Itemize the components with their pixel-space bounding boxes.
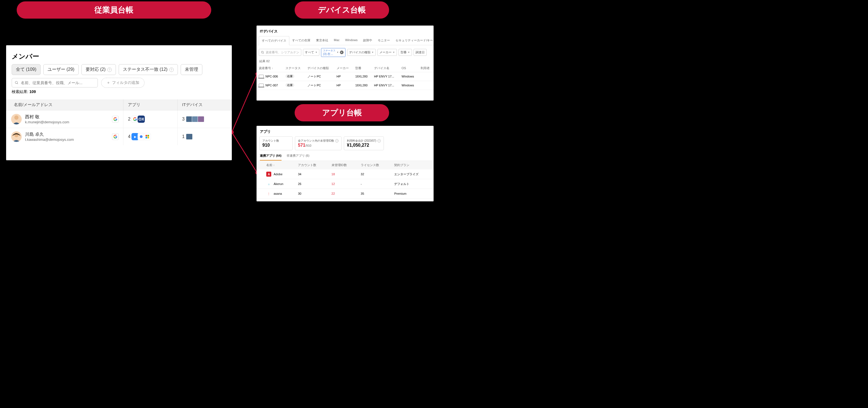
col-unmanaged[interactable]: 未管理ID数 <box>329 161 358 169</box>
svg-point-9 <box>140 135 143 138</box>
app-logo-icon: ⌂ <box>266 181 271 186</box>
device-row[interactable]: NPC-007 在庫 ノートPCHP18XL280HP ENVY 17...Wi… <box>256 81 434 90</box>
app-plan: デフォルト <box>391 179 434 189</box>
device-thumbs[interactable] <box>187 116 204 122</box>
col-plan[interactable]: 契約プラン <box>391 161 434 169</box>
app-count: 2 <box>128 117 130 122</box>
chevron-down-icon: ▼ <box>372 51 374 54</box>
search-icon <box>15 81 19 85</box>
help-icon[interactable]: ? <box>377 139 381 142</box>
app-plan: Premium <box>391 189 434 199</box>
app-row[interactable]: ⌂Akerun 26 12 - デフォルト <box>256 179 434 189</box>
tab-status-mismatch[interactable]: ステータス不一致 (12)? <box>119 64 178 75</box>
microsoft-icon <box>144 133 151 140</box>
apps-panel: アプリ アカウント数 910 全アカウント内の未管理ID数? 571/910 利… <box>256 126 434 201</box>
help-icon[interactable]: ? <box>107 67 112 72</box>
dtab-seccard[interactable]: セキュリティーカード/キー <box>393 36 434 45</box>
filter-model[interactable]: 型番 ▼ <box>399 49 412 56</box>
device-search[interactable]: 資産番号、シリアルナン <box>259 49 301 56</box>
card-accounts: アカウント数 910 <box>259 136 293 150</box>
col-appname[interactable]: 名前 ↑ <box>264 161 295 169</box>
app-unmanaged: 12 <box>329 179 358 189</box>
svg-point-5 <box>15 81 18 83</box>
device-count: 1 <box>182 134 185 139</box>
dtab-all[interactable]: すべてのデバイス <box>259 36 289 45</box>
app-icons[interactable]: OX <box>132 115 145 123</box>
status-badge: 在庫 <box>285 83 294 87</box>
col-device[interactable]: ITデバイス <box>178 99 232 110</box>
tab-unmanaged[interactable]: 未管理 <box>181 64 202 75</box>
devices-title: ITデバイス <box>256 26 434 36</box>
status-badge: 在庫 <box>285 74 294 78</box>
device-row[interactable]: NPC-006 在庫 ノートPCHP18XL280HP ENVY 17...Wi… <box>256 72 434 81</box>
member-row[interactable]: 川島 卓久t.kawashima@demojosys.com 4 ▸ 1 <box>6 128 232 145</box>
col-name[interactable]: 名前/メールアドレス <box>6 99 123 110</box>
col-devtype[interactable]: デバイスの種類 <box>305 64 334 72</box>
help-icon[interactable]: ? <box>335 139 339 142</box>
avatar <box>11 114 22 125</box>
col-accounts[interactable]: アカウント数 <box>295 161 329 169</box>
filter-status[interactable]: ステータス(3) 在... ▼ ✕ <box>321 48 345 57</box>
card-unmanaged: 全アカウント内の未管理ID数? 571/910 <box>295 136 342 150</box>
svg-rect-11 <box>148 135 149 137</box>
dtab-stock[interactable]: すべての在庫 <box>289 36 313 45</box>
device-thumbs[interactable] <box>187 134 193 140</box>
member-name[interactable]: 川島 卓久 <box>25 132 74 137</box>
app-icons[interactable]: ▸ <box>132 133 151 140</box>
member-row[interactable]: 西村 敬k.munejiri@demojosys.com 2 OX 3 <box>6 110 232 128</box>
filter-devtype[interactable]: デバイスの種類▼ <box>347 49 376 56</box>
add-filter-button[interactable]: ＋フィルタの追加 <box>101 78 145 88</box>
chevron-down-icon: ▼ <box>337 51 339 54</box>
app-row[interactable]: ⋮asana 30 22 35 Premium <box>256 189 434 199</box>
help-icon[interactable]: ? <box>169 67 174 72</box>
avatar <box>11 131 22 142</box>
dtab-mac[interactable]: Mac <box>331 36 342 45</box>
svg-line-15 <box>263 53 264 54</box>
col-model[interactable]: 型番 <box>353 64 372 72</box>
app-unmanaged: 22 <box>329 189 358 199</box>
dtab-tokyo[interactable]: 東京本社 <box>313 36 331 45</box>
tab-linked-apps[interactable]: 連携アプリ (64) <box>260 154 282 161</box>
dtab-monitor[interactable]: モニター <box>375 36 393 45</box>
google-icon <box>112 116 119 123</box>
app-accounts: 34 <box>295 169 329 179</box>
member-email: t.kawashima@demojosys.com <box>25 137 74 142</box>
app-licenses: 35 <box>358 189 392 199</box>
filter-maker[interactable]: メーカー ▼ <box>377 49 397 56</box>
dtab-windows[interactable]: Windows <box>342 36 361 45</box>
svg-point-7 <box>14 115 18 120</box>
col-user[interactable]: 利用者 <box>418 64 434 72</box>
app-unmanaged: 18 <box>329 169 358 179</box>
app-licenses: 32 <box>358 169 392 179</box>
app-plan: エンタープライズ <box>391 169 434 179</box>
col-asset[interactable]: 資産番号 ↑ <box>256 64 283 72</box>
col-maker[interactable]: メーカー <box>334 64 353 72</box>
filter-date[interactable]: 調達日 <box>413 49 427 56</box>
apps-ledger-badge: アプリ台帳 <box>294 104 389 122</box>
devices-ledger-badge: デバイス台帳 <box>294 1 389 19</box>
members-search-input[interactable] <box>21 80 95 85</box>
filter-all[interactable]: すべて ▼ <box>303 49 319 56</box>
members-title: メンバー <box>6 45 232 64</box>
col-devname[interactable]: デバイス名 <box>372 64 399 72</box>
app-row[interactable]: AAdobe 34 18 32 エンタープライズ <box>256 169 434 179</box>
members-search[interactable] <box>12 78 98 88</box>
svg-line-6 <box>17 83 18 84</box>
col-status[interactable]: ステータス <box>283 64 306 72</box>
laptop-icon <box>259 75 264 78</box>
tab-action-needed[interactable]: 要対応 (2)? <box>82 64 116 75</box>
svg-rect-10 <box>146 135 147 137</box>
dtab-broken[interactable]: 故障中 <box>360 36 375 45</box>
tab-users[interactable]: ユーザー (29) <box>43 64 79 75</box>
tab-all[interactable]: 全て (109) <box>12 64 40 75</box>
chevron-down-icon: ▼ <box>393 51 395 54</box>
tab-unlinked-apps[interactable]: 非連携アプリ (6) <box>286 154 310 161</box>
col-licenses[interactable]: ライセンス数 <box>358 161 392 169</box>
app-logo-icon: ⋮ <box>266 191 271 196</box>
member-name[interactable]: 西村 敬 <box>25 114 69 120</box>
col-app[interactable]: アプリ <box>123 99 178 110</box>
chevron-down-icon: ▼ <box>315 51 317 54</box>
close-icon[interactable]: ✕ <box>340 50 344 54</box>
laptop-icon <box>259 83 264 87</box>
col-os[interactable]: OS <box>399 64 418 72</box>
